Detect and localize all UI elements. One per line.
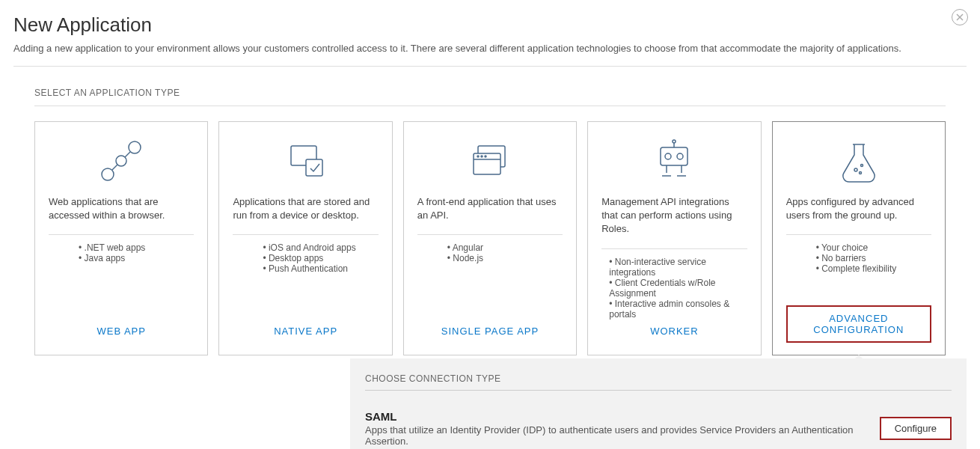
card-bullets: Your choice No barriers Complete flexibi…	[786, 242, 931, 305]
card-bullets: Non-interactive service integrations Cli…	[601, 257, 747, 320]
card-desc: Applications that are stored and run fro…	[233, 195, 378, 222]
configure-saml-button[interactable]: Configure	[880, 417, 952, 440]
close-button[interactable]	[952, 9, 968, 25]
card-divider	[601, 248, 747, 249]
svg-line-5	[125, 152, 130, 157]
list-item: Desktop apps	[263, 253, 378, 263]
list-item: Push Authentication	[263, 263, 378, 274]
card-divider	[786, 234, 931, 235]
device-check-icon	[284, 138, 328, 183]
card-bullets: .NET web apps Java apps	[49, 242, 194, 319]
selected-arrow-icon	[851, 355, 866, 362]
card-spa[interactable]: A front-end application that uses an API…	[403, 121, 577, 355]
list-item: Interactive admin consoles & portals	[609, 299, 747, 320]
list-item: Angular	[447, 242, 563, 253]
list-item: iOS and Android apps	[263, 242, 378, 253]
connection-label: CHOOSE CONNECTION TYPE	[365, 373, 952, 384]
browser-windows-icon	[468, 138, 512, 183]
svg-point-21	[673, 140, 676, 143]
list-item: Your choice	[816, 242, 931, 253]
page-subtitle: Adding a new application to your environ…	[13, 43, 967, 54]
connection-desc: Apps that utilize an Identity Provider (…	[365, 424, 880, 447]
card-desc: A front-end application that uses an API…	[417, 195, 563, 222]
connection-panel: CHOOSE CONNECTION TYPE SAML Apps that ut…	[350, 358, 967, 449]
connection-name: SAML	[365, 410, 880, 423]
card-divider	[49, 234, 194, 235]
card-web-app[interactable]: Web applications that are accessed withi…	[34, 121, 208, 355]
list-item: .NET web apps	[79, 242, 194, 253]
list-item: Java apps	[79, 253, 194, 263]
svg-point-19	[677, 153, 683, 159]
worker-button[interactable]: WORKER	[640, 320, 709, 343]
connection-divider	[365, 390, 952, 391]
close-icon	[956, 10, 964, 24]
svg-point-29	[859, 172, 861, 174]
card-divider	[233, 234, 378, 235]
svg-point-2	[129, 141, 141, 153]
list-item: Complete flexibility	[816, 263, 931, 274]
robot-icon	[652, 138, 696, 183]
svg-rect-8	[306, 159, 322, 176]
native-app-button[interactable]: NATIVE APP	[263, 320, 348, 343]
svg-point-27	[854, 168, 857, 171]
card-bullets: Angular Node.js	[417, 242, 563, 319]
list-item: No barriers	[816, 253, 931, 263]
list-item: Non-interactive service integrations	[609, 257, 747, 278]
card-row: Web applications that are accessed withi…	[0, 106, 980, 355]
advanced-configuration-button[interactable]: ADVANCED CONFIGURATION	[786, 305, 931, 343]
card-desc: Management API integrations that can per…	[601, 195, 747, 236]
card-desc: Apps configured by advanced users from t…	[786, 195, 931, 222]
svg-point-3	[116, 156, 126, 166]
section-label: SELECT AN APPLICATION TYPE	[0, 67, 980, 106]
list-item: Node.js	[447, 253, 563, 263]
connection-row-saml: SAML Apps that utilize an Identity Provi…	[365, 403, 952, 449]
card-desc: Web applications that are accessed withi…	[49, 195, 194, 222]
page-title: New Application	[13, 13, 967, 37]
network-icon	[99, 138, 144, 183]
card-worker[interactable]: Management API integrations that can per…	[587, 121, 761, 355]
svg-point-18	[665, 153, 671, 159]
card-native-app[interactable]: Applications that are stored and run fro…	[218, 121, 392, 355]
svg-point-4	[102, 168, 114, 180]
svg-point-28	[860, 165, 863, 167]
card-bullets: iOS and Android apps Desktop apps Push A…	[233, 242, 378, 319]
flask-icon	[836, 138, 881, 183]
single-page-app-button[interactable]: SINGLE PAGE APP	[431, 320, 549, 343]
card-advanced[interactable]: Apps configured by advanced users from t…	[772, 121, 946, 355]
card-divider	[417, 234, 563, 235]
web-app-button[interactable]: WEB APP	[86, 320, 156, 343]
list-item: Client Credentials w/Role Assignment	[609, 278, 747, 299]
svg-line-6	[112, 165, 117, 170]
